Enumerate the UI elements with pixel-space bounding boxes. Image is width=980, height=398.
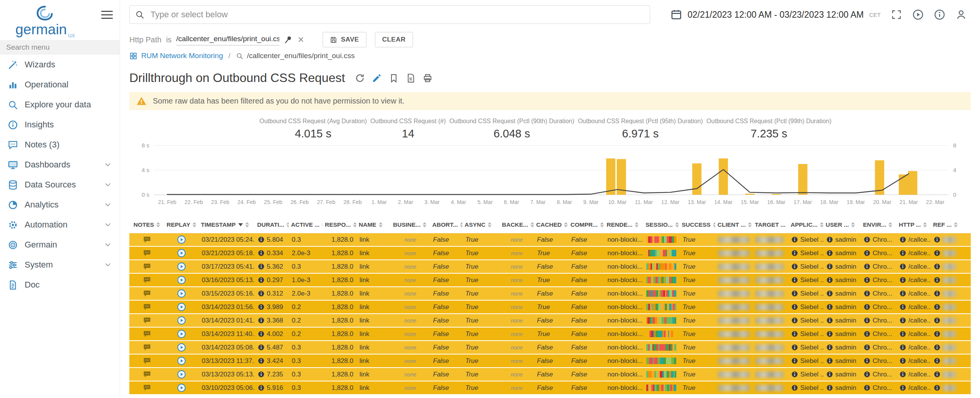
sidebar-item-automation[interactable]: Automation [0,215,120,235]
info-icon[interactable] [900,385,906,391]
info-icon[interactable] [826,331,833,337]
info-icon[interactable] [864,263,870,270]
info-icon[interactable] [934,304,940,310]
info-icon[interactable] [826,358,833,364]
germain-logo[interactable]: germainux [15,5,75,39]
info-icon[interactable] [258,371,264,378]
info-icon[interactable] [934,344,940,351]
breadcrumb-root-link[interactable]: RUM Network Monitoring [141,52,223,60]
save-button[interactable]: SAVE [323,32,366,47]
column-header-compressed[interactable]: COMPR... [568,221,604,228]
info-icon[interactable] [864,277,870,283]
column-header-ref[interactable]: REF ... [931,221,965,228]
table-row[interactable]: 03/17/2023 05:41...5.3620.31,828.0linkno… [129,260,971,274]
sidebar-item-insights[interactable]: Insights [0,115,120,135]
sidebar-item-dashboards[interactable]: Dashboards [0,155,120,175]
replay-button[interactable] [177,303,186,311]
info-icon[interactable] [826,236,833,243]
notes-icon[interactable] [143,343,151,352]
export-icon[interactable] [406,73,416,83]
date-range-picker[interactable]: 02/21/2023 12:00 AM - 03/23/2023 12:00 A… [671,9,881,20]
table-row[interactable]: 03/14/2023 01:41...3.3680.21,828.0linkno… [129,314,971,328]
notes-icon[interactable] [143,236,151,244]
sidebar-item-analytics[interactable]: Analytics [0,195,120,215]
menu-search-input[interactable] [6,43,114,52]
info-icon[interactable] [864,358,870,364]
info-icon[interactable] [900,290,906,297]
replay-button[interactable] [177,249,186,258]
notes-icon[interactable] [143,330,151,338]
sidebar-item-germain[interactable]: Germain [0,235,120,255]
sidebar-item-wizards[interactable]: Wizards [0,55,120,75]
column-header-name[interactable]: NAME [356,221,391,228]
info-icon[interactable] [864,236,870,243]
column-header-backend[interactable]: BACKE... [500,221,534,228]
info-icon[interactable] [791,344,798,351]
remove-filter-icon[interactable]: × [298,35,304,45]
column-header-business[interactable]: BUSINE... [391,221,430,228]
table-row[interactable]: 03/21/2023 05:24...5.8040.31,828.0linkno… [129,233,971,247]
info-icon[interactable] [900,371,906,378]
info-icon[interactable] [258,317,264,324]
info-icon[interactable] [258,236,264,243]
info-icon[interactable] [900,250,906,256]
info-icon[interactable] [258,277,264,283]
info-icon[interactable] [826,385,833,391]
info-icon[interactable] [826,263,833,270]
session-timeline[interactable] [646,385,676,391]
replay-button[interactable] [177,343,186,352]
info-icon[interactable] [864,317,870,324]
notes-icon[interactable] [143,357,151,365]
info-icon[interactable] [826,371,833,378]
replay-button[interactable] [177,356,186,365]
column-header-http[interactable]: HTTP ... [896,221,931,228]
info-icon[interactable] [934,385,940,391]
filter-value-input[interactable] [176,34,279,45]
column-header-session[interactable]: SESSIO... [643,221,679,228]
info-icon[interactable] [900,277,906,283]
info-icon[interactable] [826,250,833,256]
session-timeline[interactable] [646,371,676,378]
notes-icon[interactable] [143,263,151,271]
info-icon[interactable] [934,358,940,364]
table-row[interactable]: 03/16/2023 05:13...0.2971.0e-31,828.0lin… [129,274,971,287]
info-icon[interactable] [934,290,940,297]
pin-filter-icon[interactable] [284,35,293,44]
info-icon[interactable] [791,290,798,297]
info-icon[interactable] [864,304,870,310]
replay-button[interactable] [177,276,186,284]
session-timeline[interactable] [646,304,676,310]
sidebar-item-explore-your-data[interactable]: Explore your data [0,95,120,115]
info-icon[interactable] [791,371,798,378]
info-icon[interactable] [258,344,264,351]
sidebar-item-data-sources[interactable]: Data Sources [0,175,120,195]
info-icon[interactable] [258,290,264,297]
column-header-rendering[interactable]: RENDE... [604,221,643,228]
info-icon[interactable] [864,290,870,297]
global-search-input[interactable] [129,5,650,24]
clear-button[interactable]: CLEAR [375,32,413,47]
print-icon[interactable] [423,73,433,83]
info-icon[interactable] [934,250,940,256]
column-header-cached[interactable]: CACHED [534,221,568,228]
info-icon[interactable] [934,9,945,20]
bookmark-icon[interactable] [389,73,399,83]
info-icon[interactable] [900,236,906,243]
info-icon[interactable] [258,385,264,391]
session-timeline[interactable] [646,263,676,270]
info-icon[interactable] [791,317,798,324]
info-icon[interactable] [826,290,833,297]
info-icon[interactable] [826,344,833,351]
notes-icon[interactable] [143,384,151,392]
table-row[interactable]: 03/10/2023 05:06...5.9160.31,828.0linkno… [129,381,971,395]
table-row[interactable]: 03/15/2023 05:16...0.3122.0e-31,828.0lin… [129,287,971,301]
edit-icon[interactable] [372,73,382,83]
info-icon[interactable] [934,236,940,243]
replay-button[interactable] [177,262,186,271]
info-icon[interactable] [900,317,906,324]
info-icon[interactable] [791,331,798,337]
info-icon[interactable] [791,385,798,391]
info-icon[interactable] [826,304,833,310]
sidebar-item-system[interactable]: System [0,255,120,275]
session-timeline[interactable] [646,317,676,324]
